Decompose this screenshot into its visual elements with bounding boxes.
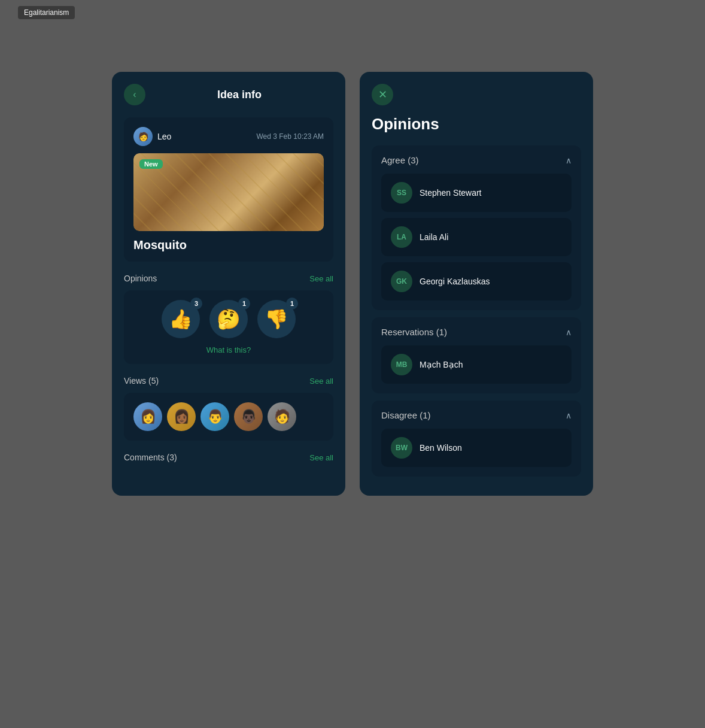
back-button[interactable]: ‹: [124, 84, 145, 105]
initials-bw: BW: [391, 437, 412, 459]
viewer-face-1: 👩: [133, 402, 162, 431]
author-info: 🧑 Leo: [133, 127, 171, 146]
main-area: ‹ Idea info 🧑 Leo Wed 3 Feb 10:23 AM New: [0, 0, 705, 532]
viewer-avatar-4: 👨🏿: [234, 402, 263, 431]
reservations-list: MB Mạch Bạch: [381, 345, 572, 384]
opinions-see-all[interactable]: See all: [309, 274, 333, 283]
disagree-section-header[interactable]: Disagree (1) ∧: [381, 410, 572, 420]
opinions-card: 👍 3 🤔 1 👎 1 What is this?: [124, 290, 333, 364]
opinion-item-mb: MB Mạch Bạch: [381, 345, 572, 384]
reservations-section: Reservations (1) ∧ MB Mạch Bạch: [372, 317, 581, 393]
comments-see-all[interactable]: See all: [309, 453, 333, 462]
new-badge: New: [139, 159, 163, 169]
viewer-avatar-3: 👨: [200, 402, 229, 431]
initials-la: LA: [391, 226, 412, 248]
viewer-avatar-5: 🧑: [268, 402, 296, 431]
post-date: Wed 3 Feb 10:23 AM: [256, 132, 324, 141]
initials-mb: MB: [391, 354, 412, 375]
idea-card: 🧑 Leo Wed 3 Feb 10:23 AM New Mosquito: [124, 117, 333, 262]
views-section-row: Views (5) See all: [124, 376, 333, 386]
idea-image-wrapper: New: [133, 153, 324, 231]
viewer-face-5: 🧑: [268, 402, 296, 431]
viewer-face-3: 👨: [200, 402, 229, 431]
name-ss: Stephen Stewart: [420, 188, 482, 198]
idea-title: Mosquito: [133, 238, 324, 252]
agree-section: Agree (3) ∧ SS Stephen Stewart LA Laila …: [372, 145, 581, 310]
left-panel: ‹ Idea info 🧑 Leo Wed 3 Feb 10:23 AM New: [112, 72, 345, 496]
agree-section-header[interactable]: Agree (3) ∧: [381, 155, 572, 165]
emoji-item-thumbsup[interactable]: 👍 3: [162, 300, 200, 338]
initials-gk: GK: [391, 271, 412, 292]
panel-title: Idea info: [145, 89, 333, 101]
author-row: 🧑 Leo Wed 3 Feb 10:23 AM: [133, 127, 324, 146]
initials-ss: SS: [391, 182, 412, 204]
close-icon: ✕: [378, 88, 387, 101]
views-card: 👩 👩🏾 👨 👨🏿 🧑: [124, 393, 333, 441]
opinion-item-ss: SS Stephen Stewart: [381, 174, 572, 212]
author-name: Leo: [157, 132, 171, 141]
agree-list: SS Stephen Stewart LA Laila Ali GK Georg…: [381, 174, 572, 301]
what-is-this-link[interactable]: What is this?: [133, 345, 324, 359]
thinking-icon: 🤔: [217, 308, 241, 330]
opinions-section-row: Opinions See all: [124, 274, 333, 283]
back-icon: ‹: [133, 89, 136, 100]
opinion-item-gk: GK Georgi Kazlauskas: [381, 262, 572, 301]
tooltip-tag: Egalitarianism: [18, 6, 75, 19]
opinion-item-bw: BW Ben Wilson: [381, 429, 572, 467]
opinion-item-la: LA Laila Ali: [381, 218, 572, 256]
views-see-all[interactable]: See all: [309, 377, 333, 386]
viewer-avatar-1: 👩: [133, 402, 162, 431]
emoji-item-thumbsdown[interactable]: 👎 1: [257, 300, 296, 338]
emoji-item-thinking[interactable]: 🤔 1: [209, 300, 248, 338]
emoji-row: 👍 3 🤔 1 👎 1: [133, 300, 324, 338]
right-panel: ✕ Opinions Agree (3) ∧ SS Stephen Stewar…: [360, 72, 593, 496]
viewer-face-2: 👩🏾: [167, 402, 196, 431]
disagree-list: BW Ben Wilson: [381, 429, 572, 467]
thumbsdown-icon: 👎: [265, 308, 288, 330]
disagree-chevron-icon: ∧: [566, 411, 572, 420]
reservations-section-header[interactable]: Reservations (1) ∧: [381, 327, 572, 337]
disagree-label: Disagree (1): [381, 410, 431, 420]
comments-label: Comments (3): [124, 453, 177, 462]
comments-section-row: Comments (3) See all: [124, 453, 333, 462]
thinking-count: 1: [238, 298, 250, 310]
views-label: Views (5): [124, 376, 159, 386]
name-gk: Georgi Kazlauskas: [420, 277, 490, 286]
viewer-face-4: 👨🏿: [234, 402, 263, 431]
viewer-avatar-2: 👩🏾: [167, 402, 196, 431]
reservations-label: Reservations (1): [381, 327, 447, 337]
opinions-panel-title: Opinions: [372, 115, 581, 134]
reservations-chevron-icon: ∧: [566, 327, 572, 337]
author-avatar-icon: 🧑: [138, 132, 148, 141]
name-la: Laila Ali: [420, 232, 448, 242]
panel-header: ‹ Idea info: [124, 84, 333, 105]
thumbsup-icon: 👍: [169, 308, 193, 330]
thumbsup-count: 3: [190, 298, 202, 310]
thumbsdown-count: 1: [286, 298, 298, 310]
disagree-section: Disagree (1) ∧ BW Ben Wilson: [372, 401, 581, 477]
agree-chevron-icon: ∧: [566, 156, 572, 165]
agree-label: Agree (3): [381, 155, 419, 165]
name-mb: Mạch Bạch: [420, 360, 463, 369]
opinions-label: Opinions: [124, 274, 157, 283]
author-avatar: 🧑: [133, 127, 153, 146]
close-button[interactable]: ✕: [372, 84, 393, 105]
name-bw: Ben Wilson: [420, 443, 462, 453]
avatars-row: 👩 👩🏾 👨 👨🏿 🧑: [133, 402, 324, 431]
